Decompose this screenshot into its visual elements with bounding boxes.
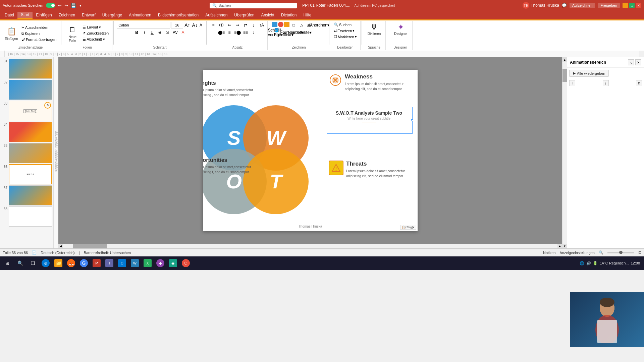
v-scroll-thumb[interactable] <box>562 69 567 82</box>
save-icon[interactable]: 💾 <box>71 3 76 8</box>
minimize-button[interactable]: — <box>623 3 628 8</box>
numbered-list-button[interactable]: ⑴ <box>218 22 225 28</box>
increase-font-button[interactable]: A↑ <box>184 22 191 28</box>
slide-33-item[interactable]: 33 [Kein Titel] S <box>1 101 52 121</box>
char-spacing-button[interactable]: AV <box>172 29 179 36</box>
menu-ansicht[interactable]: Ansicht <box>258 12 277 18</box>
slide-37-thumb[interactable] <box>9 185 52 205</box>
dictation-button[interactable]: 🎙 Diktieren <box>365 22 383 36</box>
menu-aufzeichnen[interactable]: Aufzeichnen <box>202 12 231 18</box>
font-color-button[interactable]: A <box>179 29 187 36</box>
effects-button[interactable]: Formeffekte▾ <box>296 29 304 36</box>
slide-canvas[interactable]: S W O T <box>203 70 418 231</box>
play-all-button[interactable]: ▶ Alle wiedergeben <box>569 70 609 77</box>
anim-next-button[interactable]: ↓ <box>603 80 609 86</box>
shape-button-3[interactable] <box>284 22 289 27</box>
ctrl-paste-button[interactable]: 📋(Strg)▾ <box>400 225 417 230</box>
volume-icon[interactable]: 🔊 <box>586 261 591 265</box>
menu-hilfe[interactable]: Hilfe <box>300 12 315 18</box>
taskbar-edge[interactable]: e <box>40 257 52 269</box>
taskbar-firefox[interactable]: 🦊 <box>65 257 77 269</box>
align-right-button[interactable]: ≡⬤ <box>234 29 241 36</box>
bullet-list-button[interactable]: ≡ <box>210 22 217 28</box>
shape-button-2[interactable] <box>278 22 283 27</box>
decrease-indent-button[interactable]: ⇐ <box>226 22 233 28</box>
new-slide-button[interactable]: 🗒 NeueFolie <box>64 24 80 43</box>
h-scroll-left[interactable]: ◀ <box>58 244 63 249</box>
reset-button[interactable]: ↺ Zurücksetzen <box>81 31 110 36</box>
taskbar-app2[interactable]: ◉ <box>167 257 179 269</box>
copy-button[interactable]: ⧉ Kopieren <box>20 31 58 37</box>
resize-handle[interactable] <box>411 119 413 121</box>
dropdown-icon[interactable]: ▼ <box>79 4 82 7</box>
slide-36-item[interactable]: 36 S.W.O.T <box>1 164 52 184</box>
battery-icon[interactable]: 🔋 <box>593 261 598 265</box>
find-button[interactable]: 🔍 Suchen <box>332 22 358 27</box>
zoom-icon[interactable]: 🔍 <box>599 250 603 255</box>
slide-32-item[interactable]: 32 ★ <box>1 80 52 100</box>
display-settings-button[interactable]: Anzeigeeinstellungen <box>559 251 595 255</box>
layout-button[interactable]: ☰ Layout ▾ <box>81 24 110 30</box>
menu-zeichnen[interactable]: Zeichnen <box>55 12 78 18</box>
columns-button[interactable]: ⫿ <box>250 22 257 28</box>
designer-button[interactable]: ✦ Designer <box>391 22 410 36</box>
h-scroll-track[interactable] <box>63 244 557 248</box>
slide-34-item[interactable]: 34 <box>1 122 52 142</box>
taskbar-search[interactable]: 🔍 <box>14 257 26 269</box>
slide-38-item[interactable]: 38 <box>1 206 52 227</box>
anim-settings-icon[interactable]: ⚙ <box>636 80 642 86</box>
line-spacing-button[interactable]: ↕ <box>250 29 257 36</box>
increase-indent-button[interactable]: ⇒ <box>234 22 241 28</box>
font-family-input[interactable] <box>117 22 170 28</box>
taskbar-outlook[interactable]: O <box>116 257 128 269</box>
taskbar-app3[interactable]: ⬡ <box>180 257 192 269</box>
taskbar-chrome[interactable]: G <box>78 257 90 269</box>
menu-ueberpruefen[interactable]: Überprüfen <box>231 12 258 18</box>
arrange-button[interactable]: ⊞Anordnen▾ <box>314 22 322 28</box>
autosave-switch[interactable] <box>46 3 55 8</box>
menu-entwurf[interactable]: Entwurf <box>78 12 99 18</box>
decrease-font-button[interactable]: A↓ <box>192 22 198 28</box>
autosave-toggle[interactable]: Automatisches Speichern <box>3 3 55 8</box>
taskbar-windows[interactable]: ⊞ <box>1 257 13 269</box>
expand-icon[interactable]: ⤡ <box>628 59 634 65</box>
share-btn[interactable]: Freigeben <box>598 3 620 8</box>
shadow-button[interactable]: S <box>164 29 171 36</box>
undo-icon[interactable]: ↩ <box>58 3 62 8</box>
format-painter-button[interactable]: 🖌 Format übertragen <box>20 37 58 42</box>
v-scroll-track[interactable] <box>562 62 567 244</box>
slide-31-item[interactable]: 31 <box>1 59 52 79</box>
bold-button[interactable]: B <box>133 29 141 36</box>
slide-35-item[interactable]: 35 ★ <box>1 143 52 163</box>
chat-icon[interactable]: 💬 <box>562 3 567 8</box>
shape-button-4[interactable]: □ <box>290 22 298 28</box>
search-bar[interactable]: 🔍 Suchen <box>210 3 297 8</box>
menu-uebergaenge[interactable]: Übergänge <box>99 12 125 18</box>
fit-slide-button[interactable]: ⊡ <box>638 250 641 255</box>
taskbar-explorer[interactable]: 📁 <box>52 257 64 269</box>
strikethrough-button[interactable]: S <box>156 29 164 36</box>
underline-button[interactable]: U <box>149 29 156 36</box>
v-scroll-down[interactable]: ▼ <box>562 244 567 248</box>
anim-prev-button[interactable]: ↑ <box>569 80 575 86</box>
menu-animationen[interactable]: Animationen <box>125 12 155 18</box>
menu-start[interactable]: Start <box>17 12 33 19</box>
slide-34-thumb[interactable] <box>9 122 52 142</box>
rtl-button[interactable]: ⇄ <box>242 22 249 28</box>
clear-format-button[interactable]: A <box>199 23 203 27</box>
paste-button[interactable]: 📋 Einfügen <box>3 25 19 41</box>
slide-32-thumb[interactable]: ★ <box>9 80 52 100</box>
zoom-thumb[interactable] <box>619 251 623 254</box>
h-scroll-thumb[interactable] <box>73 244 107 248</box>
section-button[interactable]: ☰ Abschnitt ▾ <box>81 37 110 42</box>
h-scrollbar[interactable]: ◀ ▶ <box>58 244 562 248</box>
slide-title-section[interactable]: S.W.O.T Analysis Sample Two Write here y… <box>327 110 411 124</box>
slide-37-item[interactable]: 37 <box>1 185 52 205</box>
taskbar-app1[interactable]: ◆ <box>154 257 166 269</box>
record-btn[interactable]: Aufzeichnen <box>570 3 595 8</box>
replace-button[interactable]: ⇄ Ersetzen ▾ <box>332 28 358 34</box>
maximize-button[interactable]: □ <box>629 3 635 8</box>
slide-33-thumb[interactable]: [Kein Titel] S <box>9 101 52 121</box>
align-justify-button[interactable]: ≡≡ <box>242 29 249 36</box>
slide-38-thumb[interactable] <box>9 206 52 227</box>
